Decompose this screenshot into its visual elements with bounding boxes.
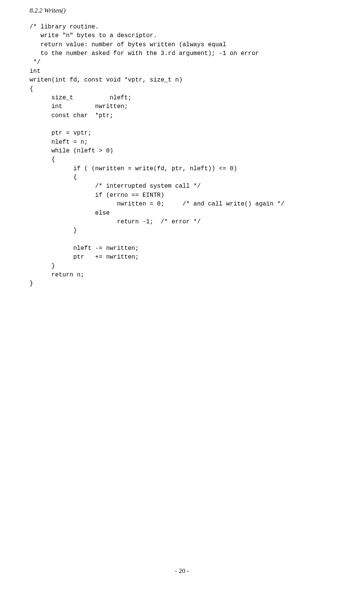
code-block: /* library routine. write "n" bytes to a… xyxy=(30,23,334,289)
page-number: - 20 - xyxy=(0,567,364,575)
section-heading: 8.2.2 Writen() xyxy=(30,7,334,14)
page-content: 8.2.2 Writen() /* library routine. write… xyxy=(0,0,364,289)
